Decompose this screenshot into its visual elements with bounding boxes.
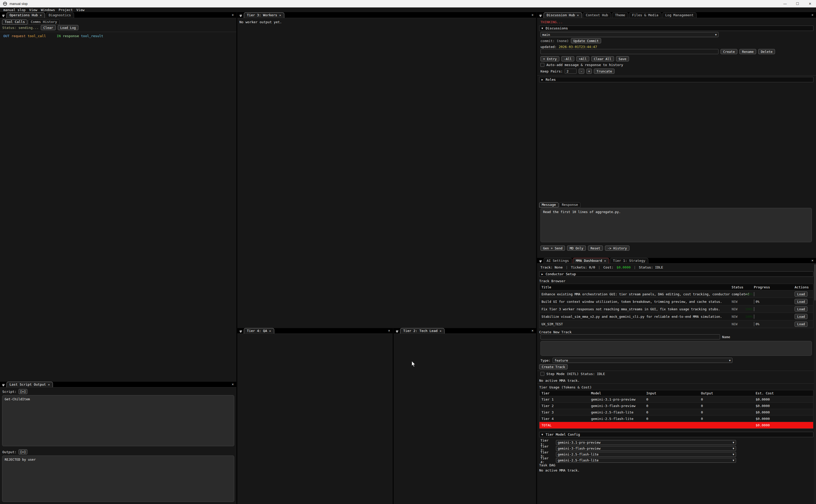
tier4-model-select[interactable]: gemini-2.5-flash-lite ▼ <box>556 458 736 463</box>
tier2-model-select[interactable]: gemini-3-flash-preview ▼ <box>556 446 736 451</box>
close-button[interactable]: ✕ <box>804 0 816 7</box>
script-expand-button[interactable]: [+] <box>19 389 28 394</box>
table-row[interactable]: Fix Tier 3 worker responses not reaching… <box>539 305 813 313</box>
dock-menu-icon[interactable] <box>395 329 399 333</box>
dock-menu-icon[interactable] <box>538 13 543 17</box>
load-button[interactable]: Load <box>795 322 807 327</box>
panel-close-icon[interactable]: ✕ <box>232 382 234 386</box>
output-expand-button[interactable]: [+] <box>19 449 28 454</box>
discussions-section-header[interactable]: ▼ Discussions <box>539 26 813 31</box>
message-textarea[interactable]: Read the first 10 lines of aggregate.py. <box>540 208 812 242</box>
menu-item-windows[interactable]: Windows <box>41 8 55 12</box>
tab-theme[interactable]: Theme <box>612 12 628 18</box>
tab-close-icon[interactable]: ✕ <box>40 13 42 17</box>
panel-close-icon[interactable]: ✕ <box>388 329 390 332</box>
gen-send-button[interactable]: Gen + Send <box>540 246 565 251</box>
subtab-tool-calls[interactable]: Tool Calls <box>2 19 27 25</box>
delete-button[interactable]: Delete <box>758 49 775 54</box>
tier3-model-select[interactable]: gemini-2.5-flash-lite ▼ <box>556 452 736 457</box>
scrollbar-thumb[interactable] <box>814 264 816 300</box>
track-name-input[interactable] <box>540 334 720 339</box>
reset-button[interactable]: Reset <box>588 246 603 251</box>
panel-close-icon[interactable]: ✕ <box>811 13 813 17</box>
dock-menu-icon[interactable] <box>1 13 6 17</box>
dock-menu-icon[interactable] <box>1 383 6 386</box>
subtab-comms-history[interactable]: Comms History <box>28 19 60 25</box>
load-button[interactable]: Load <box>795 306 807 312</box>
keep-pairs-input[interactable]: 2 <box>565 69 577 74</box>
dock-menu-icon[interactable] <box>538 259 543 263</box>
panel-close-icon[interactable]: ✕ <box>232 13 234 17</box>
menu-item-view[interactable]: View <box>29 8 37 12</box>
tab-files-media[interactable]: Files & Media <box>629 12 661 18</box>
tab-last-script-output[interactable]: Last Script Output ✕ <box>6 382 53 387</box>
tab-close-icon[interactable]: ✕ <box>440 329 441 333</box>
load-button[interactable]: Load <box>795 291 807 297</box>
autoadd-checkbox[interactable] <box>540 63 544 67</box>
tab-diagnostics[interactable]: Diagnostics <box>46 12 74 18</box>
subtab-message[interactable]: Message <box>539 202 559 207</box>
tab-log-management[interactable]: Log Management <box>662 12 697 18</box>
create-button[interactable]: Create <box>721 49 737 54</box>
section-label: Tier Model Config <box>546 433 580 436</box>
table-row[interactable]: Enhance existing MMA orchestration GUI: … <box>539 290 813 298</box>
conductor-setup-header[interactable]: ▶ Conductor Setup <box>539 271 813 277</box>
clear-all-button[interactable]: Clear All <box>591 56 614 61</box>
table-row[interactable]: Build UI for context window utilization,… <box>539 298 813 305</box>
menu-item-app[interactable]: manual slop <box>3 8 26 12</box>
menu-item-view-2[interactable]: View <box>76 8 84 12</box>
panel-close-icon[interactable]: ✕ <box>531 329 534 332</box>
tab-operations-hub[interactable]: Operations Hub ✕ <box>6 12 45 18</box>
track-type-select[interactable]: feature ▼ <box>553 358 732 363</box>
script-textarea[interactable]: Get-ChildItem <box>2 395 234 446</box>
tab-tier2-tech-lead[interactable]: Tier 2: Tech Lead ✕ <box>400 328 445 334</box>
tier-model-config-header[interactable]: ▼ Tier Model Config <box>539 432 813 437</box>
menu-item-project[interactable]: Project <box>59 8 73 12</box>
output-textarea[interactable]: REJECTED by user <box>2 456 234 502</box>
add-entry-button[interactable]: + Entry <box>540 56 559 61</box>
update-commit-button[interactable]: Update Commit <box>571 38 601 43</box>
to-history-button[interactable]: -> History <box>605 246 629 251</box>
tab-close-icon[interactable]: ✕ <box>577 13 579 17</box>
clear-button[interactable]: Clear <box>41 25 56 30</box>
tab-discussion-hub[interactable]: Discussion Hub ✕ <box>544 12 582 18</box>
tab-context-hub[interactable]: Context Hub <box>583 12 611 18</box>
truncate-button[interactable]: Truncate <box>594 69 615 74</box>
tab-tier4-qa[interactable]: Tier 4: QA ✕ <box>244 328 274 334</box>
tab-close-icon[interactable]: ✕ <box>604 259 606 263</box>
create-track-button[interactable]: Create Track <box>539 364 568 369</box>
dock-menu-icon[interactable] <box>238 13 243 17</box>
discussion-name-input[interactable] <box>540 49 718 54</box>
load-button[interactable]: Load <box>795 299 807 304</box>
tier1-model-select[interactable]: gemini-3.1-pro-preview ▼ <box>556 440 736 445</box>
discussion-select[interactable]: main ▼ <box>540 32 718 37</box>
track-description-textarea[interactable] <box>540 341 812 356</box>
tab-ai-settings[interactable]: AI Settings <box>544 258 572 263</box>
save-button[interactable]: Save <box>616 56 629 61</box>
tab-mma-dashboard[interactable]: MMA Dashboard ✕ <box>573 258 609 263</box>
step-mode-checkbox[interactable] <box>540 372 544 376</box>
panel-close-icon[interactable]: ✕ <box>531 13 534 17</box>
subtab-response[interactable]: Response <box>559 202 581 207</box>
load-log-button[interactable]: Load Log <box>58 25 78 30</box>
tab-close-icon[interactable]: ✕ <box>279 13 281 17</box>
table-row[interactable]: Stabilize visual_sim_mma_v2.py and mock_… <box>539 313 813 320</box>
rename-button[interactable]: Rename <box>739 49 756 54</box>
maximize-button[interactable]: ☐ <box>791 0 803 7</box>
keep-pairs-plus-button[interactable]: + <box>586 69 592 74</box>
tab-tier3-workers[interactable]: Tier 3: Workers ✕ <box>244 12 284 18</box>
tab-close-icon[interactable]: ✕ <box>48 383 50 386</box>
md-only-button[interactable]: MD Only <box>567 246 586 251</box>
keep-pairs-minus-button[interactable]: - <box>579 69 584 74</box>
collapse-all-button[interactable]: -All <box>561 56 574 61</box>
tab-close-icon[interactable]: ✕ <box>269 329 271 333</box>
roles-section-header[interactable]: ▶ Roles <box>539 77 813 82</box>
dock-menu-icon[interactable] <box>238 329 243 333</box>
panel-close-icon[interactable]: ✕ <box>811 258 813 262</box>
tab-tier1-strategy[interactable]: Tier 1: Strategy <box>610 258 648 263</box>
minimize-button[interactable]: — <box>779 0 791 7</box>
table-row[interactable]: UX_SIM_TEST NEW 0% Load <box>539 320 813 328</box>
load-button[interactable]: Load <box>795 314 807 319</box>
vertical-scrollbar[interactable] <box>814 264 816 504</box>
expand-all-button[interactable]: +All <box>576 56 589 61</box>
